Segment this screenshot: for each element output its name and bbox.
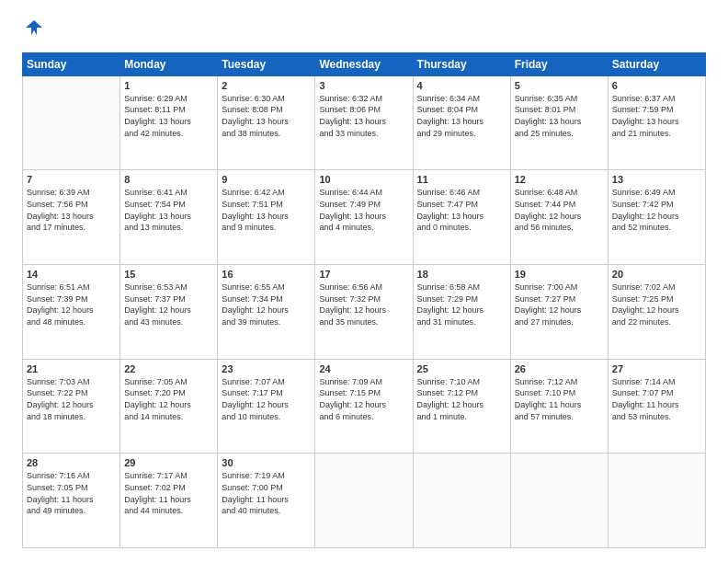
calendar-cell: 8Sunrise: 6:41 AMSunset: 7:54 PMDaylight… — [120, 170, 218, 265]
day-info-line: Sunrise: 6:46 AM — [417, 187, 506, 199]
day-info-line: Sunset: 7:49 PM — [319, 199, 408, 211]
day-info-line: Sunrise: 7:10 AM — [417, 376, 506, 388]
day-info-line: Daylight: 13 hours — [319, 211, 408, 223]
day-info-line: Daylight: 13 hours — [124, 116, 213, 128]
day-info-line: Sunset: 7:42 PM — [612, 199, 701, 211]
calendar-cell: 11Sunrise: 6:46 AMSunset: 7:47 PMDayligh… — [413, 170, 510, 265]
day-info-line: Sunset: 8:01 PM — [515, 104, 604, 116]
day-number: 24 — [319, 363, 408, 374]
calendar-cell: 28Sunrise: 7:16 AMSunset: 7:05 PMDayligh… — [23, 454, 120, 548]
day-info-line: and 10 minutes. — [222, 411, 311, 423]
day-info-line: Daylight: 12 hours — [222, 399, 311, 411]
day-number: 16 — [222, 269, 311, 280]
calendar-cell: 29Sunrise: 7:17 AMSunset: 7:02 PMDayligh… — [120, 454, 218, 548]
day-number: 14 — [27, 269, 116, 280]
calendar-cell — [413, 454, 510, 548]
calendar-cell: 23Sunrise: 7:07 AMSunset: 7:17 PMDayligh… — [218, 359, 315, 454]
day-number: 30 — [222, 457, 311, 468]
day-number: 5 — [515, 80, 604, 91]
day-info-line: and 43 minutes. — [124, 316, 213, 328]
day-info-line: Sunset: 7:12 PM — [417, 387, 506, 399]
day-info-line: and 44 minutes. — [124, 505, 213, 517]
day-info-line: and 22 minutes. — [612, 316, 701, 328]
calendar-cell — [608, 454, 705, 548]
calendar-cell: 12Sunrise: 6:48 AMSunset: 7:44 PMDayligh… — [510, 170, 608, 265]
day-info-line: Sunrise: 6:32 AM — [319, 93, 408, 105]
day-info-line: Sunrise: 7:19 AM — [222, 470, 311, 482]
day-info-line: Daylight: 13 hours — [222, 116, 311, 128]
header — [22, 18, 706, 43]
day-info-line: Sunrise: 6:48 AM — [515, 187, 604, 199]
calendar-cell: 9Sunrise: 6:42 AMSunset: 7:51 PMDaylight… — [218, 170, 315, 265]
day-info-line: and 25 minutes. — [515, 128, 604, 140]
day-info-line: and 29 minutes. — [417, 128, 506, 140]
calendar-header-thursday: Thursday — [413, 52, 510, 75]
day-info-line: Sunset: 7:27 PM — [515, 293, 604, 305]
day-number: 22 — [124, 363, 213, 374]
day-info-line: Sunset: 7:29 PM — [417, 293, 506, 305]
day-info-line: Daylight: 11 hours — [27, 494, 116, 506]
calendar-cell: 20Sunrise: 7:02 AMSunset: 7:25 PMDayligh… — [608, 265, 705, 360]
day-info-line: Daylight: 13 hours — [222, 211, 311, 223]
day-info-line: Sunset: 7:05 PM — [27, 482, 116, 494]
day-info-line: and 40 minutes. — [222, 505, 311, 517]
calendar-cell: 7Sunrise: 6:39 AMSunset: 7:56 PMDaylight… — [23, 170, 120, 265]
day-info-line: and 35 minutes. — [319, 316, 408, 328]
calendar-cell: 5Sunrise: 6:35 AMSunset: 8:01 PMDaylight… — [510, 75, 608, 170]
day-info-line: Sunset: 7:20 PM — [124, 387, 213, 399]
day-info-line: and 42 minutes. — [124, 128, 213, 140]
calendar-week-0: 1Sunrise: 6:29 AMSunset: 8:11 PMDaylight… — [23, 75, 706, 170]
calendar-cell: 27Sunrise: 7:14 AMSunset: 7:07 PMDayligh… — [608, 359, 705, 454]
calendar-cell: 6Sunrise: 6:37 AMSunset: 7:59 PMDaylight… — [608, 75, 705, 170]
day-number: 23 — [222, 363, 311, 374]
day-info-line: and 9 minutes. — [222, 222, 311, 234]
calendar-table: SundayMondayTuesdayWednesdayThursdayFrid… — [22, 52, 706, 548]
svg-marker-0 — [26, 20, 42, 35]
day-number: 2 — [222, 80, 311, 91]
calendar-cell: 3Sunrise: 6:32 AMSunset: 8:06 PMDaylight… — [315, 75, 413, 170]
day-number: 12 — [515, 174, 604, 185]
calendar-week-1: 7Sunrise: 6:39 AMSunset: 7:56 PMDaylight… — [23, 170, 706, 265]
calendar-cell: 18Sunrise: 6:58 AMSunset: 7:29 PMDayligh… — [413, 265, 510, 360]
calendar-header-tuesday: Tuesday — [218, 52, 315, 75]
day-info-line: Sunrise: 7:02 AM — [612, 282, 701, 293]
day-info-line: Daylight: 12 hours — [612, 304, 701, 316]
day-info-line: Daylight: 12 hours — [417, 304, 506, 316]
day-info-line: Sunset: 7:54 PM — [124, 199, 213, 211]
calendar-cell: 15Sunrise: 6:53 AMSunset: 7:37 PMDayligh… — [120, 265, 218, 360]
calendar-cell: 4Sunrise: 6:34 AMSunset: 8:04 PMDaylight… — [413, 75, 510, 170]
day-number: 21 — [27, 363, 116, 374]
day-info-line: Sunset: 7:59 PM — [612, 104, 701, 116]
day-info-line: Daylight: 12 hours — [319, 304, 408, 316]
day-info-line: and 57 minutes. — [515, 411, 604, 423]
day-info-line: Daylight: 11 hours — [124, 494, 213, 506]
calendar-cell: 30Sunrise: 7:19 AMSunset: 7:00 PMDayligh… — [218, 454, 315, 548]
day-info-line: Daylight: 12 hours — [124, 304, 213, 316]
day-info-line: Sunset: 7:51 PM — [222, 199, 311, 211]
day-info-line: Daylight: 13 hours — [417, 211, 506, 223]
day-info-line: and 13 minutes. — [124, 222, 213, 234]
day-info-line: Sunset: 8:04 PM — [417, 104, 506, 116]
day-info-line: Sunset: 8:11 PM — [124, 104, 213, 116]
day-number: 4 — [417, 80, 506, 91]
day-info-line: and 39 minutes. — [222, 316, 311, 328]
day-info-line: Daylight: 12 hours — [612, 211, 701, 223]
day-info-line: Sunrise: 6:51 AM — [27, 282, 116, 293]
day-info-line: Sunset: 7:32 PM — [319, 293, 408, 305]
day-info-line: and 0 minutes. — [417, 222, 506, 234]
day-info-line: Daylight: 11 hours — [515, 399, 604, 411]
calendar-week-3: 21Sunrise: 7:03 AMSunset: 7:22 PMDayligh… — [23, 359, 706, 454]
calendar-week-2: 14Sunrise: 6:51 AMSunset: 7:39 PMDayligh… — [23, 265, 706, 360]
calendar-cell: 24Sunrise: 7:09 AMSunset: 7:15 PMDayligh… — [315, 359, 413, 454]
day-info-line: Sunset: 7:39 PM — [27, 293, 116, 305]
day-number: 18 — [417, 269, 506, 280]
day-info-line: Sunset: 7:44 PM — [515, 199, 604, 211]
day-info-line: Sunrise: 6:58 AM — [417, 282, 506, 293]
day-info-line: Sunrise: 6:56 AM — [319, 282, 408, 293]
day-info-line: and 48 minutes. — [27, 316, 116, 328]
day-number: 3 — [319, 80, 408, 91]
day-number: 8 — [124, 174, 213, 185]
day-number: 20 — [612, 269, 701, 280]
day-info-line: and 21 minutes. — [612, 128, 701, 140]
calendar-cell: 17Sunrise: 6:56 AMSunset: 7:32 PMDayligh… — [315, 265, 413, 360]
